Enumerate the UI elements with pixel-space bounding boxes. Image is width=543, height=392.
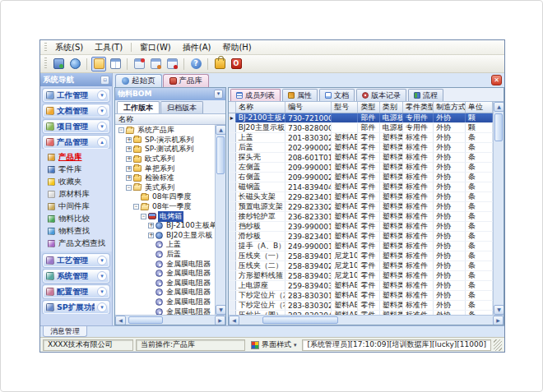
column-header-6[interactable]: 零件类型 (403, 102, 434, 113)
column-header-2[interactable]: 编号 (285, 102, 332, 113)
tree-item[interactable]: –电烤箱 (115, 211, 215, 221)
resize-grip[interactable] (494, 339, 502, 351)
table-row[interactable]: 后盖202-990002-01X塑料ABS零件塑料类标准件外协条 (229, 143, 493, 153)
chevron-down-icon[interactable]: ▾ (97, 122, 107, 131)
scroll-up-icon[interactable]: ▲ (216, 125, 225, 135)
tree-column-header[interactable]: 名称 (115, 114, 225, 125)
table-vscroll-track[interactable] (494, 112, 504, 305)
window-export-button[interactable] (148, 57, 163, 71)
table-row[interactable]: 预置电源支架229-823302-00X塑料ABS零件塑料类标准件外协条 (229, 202, 493, 212)
tree-hscroll-track[interactable] (126, 316, 215, 325)
bom-tab-1[interactable]: 工作版本 (117, 101, 160, 113)
expander-minus-icon[interactable]: – (133, 204, 139, 210)
menu-window[interactable]: 窗口(W) (134, 40, 177, 55)
table-row[interactable]: 挡纱板239-990001-01X塑料ABS零件塑料类标准件外协条 (229, 222, 493, 232)
detail-tab-4[interactable]: 版本记录 (356, 89, 406, 101)
power-button[interactable]: O (229, 57, 244, 71)
table-row[interactable]: 探头壳208-601T01-01X塑料ABS零件塑料类标准件外协条 (229, 153, 493, 163)
window-delete-button[interactable] (165, 57, 179, 71)
chevron-down-icon[interactable]: ▾ (97, 106, 107, 116)
tree-item[interactable]: 后盖 (115, 250, 215, 260)
tree-item[interactable]: +欧式系列 (115, 154, 215, 164)
tree-item[interactable]: +单把系列 (115, 164, 215, 173)
scroll-down-icon[interactable]: ▼ (216, 305, 225, 315)
table-vertical-scrollbar[interactable]: ▲ ▼ (493, 102, 504, 315)
sidebar-item-6[interactable]: 物料比较 (40, 213, 112, 225)
menu-help[interactable]: 帮助(H) (216, 40, 257, 55)
sidebar-section-6[interactable]: 系统管理▾ (43, 270, 109, 283)
chevron-down-icon[interactable]: ▾ (97, 90, 107, 100)
menu-system[interactable]: 系统(S) (49, 40, 89, 55)
expander-plus-icon[interactable]: + (148, 233, 154, 238)
table-row[interactable]: 接纱轮护罩236-823301-00X塑料ABS零件塑料类标准件外协条 (229, 212, 493, 222)
detail-tab-5[interactable]: 流程 (408, 89, 443, 101)
sidebar-collapse-button[interactable]: ▫ (100, 76, 109, 85)
sidebar-item-2[interactable]: 零件库 (40, 164, 112, 176)
sidebar-item-4[interactable]: 原材料库 (40, 188, 112, 201)
column-header-1[interactable]: 名称 (236, 102, 285, 113)
expander-plus-icon[interactable]: + (126, 146, 132, 152)
document-tab-1[interactable]: 起始页 (115, 74, 162, 87)
expander-plus-icon[interactable]: + (126, 156, 132, 162)
table-row[interactable]: BJ20主显示板730-828000-04X部件电源板专用件外协颗 (229, 123, 493, 133)
sidebar-section-5[interactable]: 工艺管理▾ (43, 254, 109, 267)
sidebar-section-7[interactable]: 配置管理▾ (43, 285, 109, 298)
table-row[interactable]: 下纱定位片（右）283-830302-00X塑料ABS零件塑料类标准件外协条 (229, 301, 493, 311)
sidebar-section-4[interactable]: 产品管理▴ (43, 136, 109, 149)
table-hscroll-thumb[interactable] (262, 316, 338, 324)
tree-item[interactable]: –08年一季度 (115, 202, 215, 212)
menu-tools[interactable]: 工具(T) (89, 40, 128, 55)
interface-style-button[interactable]: 界面样式 ▾ (248, 339, 300, 351)
toolbar-grip[interactable] (44, 58, 47, 70)
tree-item[interactable]: 金属膜电阻器 (115, 279, 215, 288)
table-hscroll-track[interactable] (239, 316, 493, 325)
tree-item[interactable]: 金属膜电阻器 (115, 297, 215, 307)
tree-item[interactable]: –美式系列 (115, 183, 215, 193)
globe-button[interactable] (67, 57, 82, 71)
chevron-down-icon[interactable]: ▾ (97, 271, 107, 281)
sidebar-section-8[interactable]: SP扩展功能▾ (43, 301, 109, 314)
table-row[interactable]: ▸BJ-2100主板单点730-721000-12X部件电源板专用件外协颗 (229, 113, 493, 123)
tree-item[interactable]: –系统产品库 (115, 126, 215, 136)
table-row[interactable]: 右侧盖209-990002-01X塑料ABS零件塑料类标准件外协条 (229, 173, 493, 182)
sidebar-item-7[interactable]: 物料查找 (40, 225, 112, 238)
grid-button[interactable] (108, 57, 123, 71)
tree-item[interactable]: 金属膜电阻器 (115, 288, 215, 297)
menubar-grip[interactable] (44, 43, 47, 53)
table-row[interactable]: 方形塑料线箍258-839403-00X尼龙1010零件塑料类标准件外协条 (229, 271, 493, 281)
tree-vscroll-thumb[interactable] (216, 136, 225, 174)
scroll-down-icon[interactable]: ▼ (494, 305, 504, 315)
scroll-left-icon[interactable]: ◀ (115, 316, 126, 325)
folder-button[interactable] (91, 57, 106, 71)
scroll-right-icon[interactable]: ▶ (215, 316, 225, 325)
expander-minus-icon[interactable]: – (141, 214, 146, 219)
table-row[interactable]: 长磁头支架229-823401-00X塑料ABS零件塑料类标准件外协条 (229, 192, 493, 202)
tree-item[interactable]: 金属膜电阻器 (115, 307, 215, 315)
table-row[interactable]: 下纱定位片（左）283-830301-00X塑料ABS零件塑料类标准件外协条 (229, 291, 493, 301)
expander-plus-icon[interactable]: + (148, 223, 154, 228)
sidebar-item-3[interactable]: 收藏夹 (40, 176, 112, 188)
tree-vertical-scrollbar[interactable]: ▲ ▼ (215, 125, 225, 315)
tree-item[interactable]: +检验标准 (115, 173, 215, 183)
expander-minus-icon[interactable]: – (126, 185, 132, 191)
sidebar-item-5[interactable]: 中间件库 (40, 201, 112, 213)
table-row[interactable]: 上盖201-830302-00X塑料ABS零件塑料类标准件外协条 (229, 133, 493, 143)
sidebar-item-8[interactable]: 产品文档查找 (40, 238, 112, 250)
table-row[interactable]: 压线夹（一）258-839401-00X尼龙1010零件塑料类标准件外协条 (229, 251, 493, 261)
column-header-3[interactable]: 型号 (332, 102, 358, 113)
bom-tab-2[interactable]: 归档版本 (160, 101, 203, 113)
expander-minus-icon[interactable]: – (118, 127, 124, 133)
table-row[interactable]: 滑纱板239-823401-00X塑料ABS零件塑料类标准件外协条 (229, 232, 493, 242)
document-tab-2[interactable]: 产品库 (163, 74, 210, 87)
table-row[interactable]: 左侧盖209-990001-01X塑料ABS零件塑料类标准件外协条 (229, 163, 493, 173)
scroll-up-icon[interactable]: ▲ (494, 102, 504, 112)
expander-plus-icon[interactable]: + (126, 137, 132, 143)
tree-item[interactable]: +SP-演示机系列 (115, 136, 215, 145)
chevron-down-icon[interactable]: ▾ (97, 302, 107, 312)
table-vscroll-thumb[interactable] (494, 113, 503, 141)
tree-hscroll-thumb[interactable] (128, 316, 163, 324)
column-header-5[interactable]: 类别 (380, 102, 403, 113)
window-badge-button[interactable] (132, 57, 146, 71)
tree-vscroll-track[interactable] (216, 135, 225, 305)
table-row[interactable]: 提手（A、B）249-990001-01X塑料ABS零件塑料类标准件外协条 (229, 242, 493, 251)
